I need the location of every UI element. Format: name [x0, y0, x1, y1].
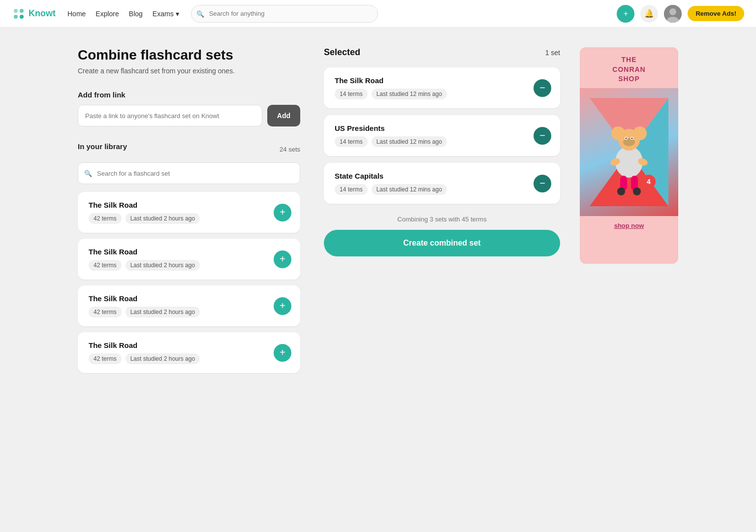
selected-header: Selected 1 set [324, 47, 560, 58]
remove-card-button[interactable]: − [534, 175, 551, 192]
selected-card-title: US Presidents [335, 124, 447, 132]
library-header: In your library 24 sets [78, 142, 300, 156]
selected-card-title: The Silk Road [335, 76, 447, 85]
terms-tag: 14 terms [335, 184, 368, 195]
library-search-icon: 🔍 [84, 170, 92, 177]
remove-card-button[interactable]: − [534, 79, 551, 97]
svg-point-24 [633, 188, 641, 195]
logo-icon [12, 7, 26, 21]
selected-card-title: State Capitals [335, 172, 447, 180]
add-card-button[interactable]: + [274, 297, 291, 315]
library-cards: The Silk Road 42 terms Last studied 2 ho… [78, 192, 300, 373]
terms-tag: 14 terms [335, 136, 368, 147]
library-card[interactable]: The Silk Road 42 terms Last studied 2 ho… [78, 285, 300, 326]
svg-point-14 [623, 138, 635, 146]
ad-box: THE CONRAN SHOP [580, 47, 678, 264]
main-content: Combine flashcard sets Create a new flas… [58, 28, 698, 393]
remove-card-button[interactable]: − [534, 127, 551, 145]
terms-tag: 42 terms [89, 353, 122, 364]
ad-sidebar: THE CONRAN SHOP [580, 47, 678, 373]
selected-count: 1 set [545, 49, 560, 57]
library-card-title: The Silk Road [89, 341, 200, 349]
library-card-title: The Silk Road [89, 294, 200, 303]
svg-point-2 [14, 15, 18, 19]
library-card[interactable]: The Silk Road 42 terms Last studied 2 ho… [78, 192, 300, 233]
left-column: Combine flashcard sets Create a new flas… [78, 47, 324, 373]
selected-card: US Presidents 14 terms Last studied 12 m… [324, 115, 560, 156]
nav-actions: + 🔔 Remove Ads! [617, 5, 744, 23]
selected-label: Selected [324, 47, 360, 58]
search-icon: 🔍 [196, 10, 204, 17]
navbar: Knowt Home Explore Blog Exams ▾ 🔍 + 🔔 Re… [0, 0, 756, 28]
nav-explore[interactable]: Explore [95, 10, 119, 18]
logo[interactable]: Knowt [12, 7, 56, 21]
notifications-button[interactable]: 🔔 [640, 5, 658, 23]
terms-tag: 42 terms [89, 260, 122, 271]
svg-point-1 [20, 9, 24, 13]
nav-home[interactable]: Home [67, 10, 86, 18]
selected-card: The Silk Road 14 terms Last studied 12 m… [324, 67, 560, 108]
ad-brand-text: THE CONRAN SHOP [580, 47, 678, 88]
terms-tag: 42 terms [89, 213, 122, 224]
selected-card: State Capitals 14 terms Last studied 12 … [324, 163, 560, 204]
ad-figure-svg: 4 [590, 98, 668, 206]
add-link-input[interactable] [78, 105, 262, 126]
last-studied-tag: Last studied 2 hours ago [126, 260, 200, 271]
create-combined-button[interactable]: Create combined set [324, 230, 560, 256]
add-card-button[interactable]: + [274, 204, 291, 221]
last-studied-tag: Last studied 12 mins ago [372, 89, 447, 99]
page-subtitle: Create a new flashcard set from your exi… [78, 67, 300, 75]
last-studied-tag: Last studied 2 hours ago [126, 213, 200, 224]
search-input[interactable] [191, 5, 378, 23]
search-bar: 🔍 [191, 5, 378, 23]
last-studied-tag: Last studied 12 mins ago [372, 184, 447, 195]
svg-point-18 [631, 137, 633, 139]
last-studied-tag: Last studied 2 hours ago [126, 353, 200, 364]
nav-exams[interactable]: Exams ▾ [153, 10, 179, 18]
add-link-button[interactable]: Add [267, 105, 300, 126]
nav-links: Home Explore Blog Exams ▾ [67, 10, 179, 18]
add-card-button[interactable]: + [274, 250, 291, 268]
library-search-input[interactable] [78, 162, 300, 184]
svg-point-17 [626, 137, 627, 139]
add-from-link-label: Add from link [78, 91, 300, 99]
selected-cards: The Silk Road 14 terms Last studied 12 m… [324, 67, 560, 204]
terms-tag: 14 terms [335, 89, 368, 99]
page-title: Combine flashcard sets [78, 47, 300, 63]
avatar[interactable] [664, 5, 682, 23]
library-card-title: The Silk Road [89, 201, 200, 209]
combine-info: Combining 3 sets with 45 terms [324, 216, 560, 223]
svg-text:4: 4 [647, 178, 651, 186]
library-card-title: The Silk Road [89, 248, 200, 256]
add-card-button[interactable]: + [274, 344, 291, 362]
ad-visual: 4 [580, 88, 678, 216]
library-card[interactable]: The Silk Road 42 terms Last studied 2 ho… [78, 332, 300, 373]
svg-point-0 [14, 9, 18, 13]
ad-cta[interactable]: shop now [580, 216, 678, 235]
add-link-row: Add [78, 105, 300, 126]
library-card[interactable]: The Silk Road 42 terms Last studied 2 ho… [78, 239, 300, 280]
terms-tag: 42 terms [89, 307, 122, 317]
library-search: 🔍 [78, 162, 300, 184]
svg-point-12 [611, 126, 625, 140]
last-studied-tag: Last studied 12 mins ago [372, 136, 447, 147]
right-column: Selected 1 set The Silk Road 14 terms La… [324, 47, 560, 373]
svg-point-3 [20, 15, 24, 19]
svg-point-5 [669, 8, 676, 15]
nav-blog[interactable]: Blog [129, 10, 143, 18]
remove-ads-button[interactable]: Remove Ads! [688, 6, 744, 21]
add-button[interactable]: + [617, 5, 634, 23]
library-label: In your library [78, 142, 127, 151]
library-count: 24 sets [280, 146, 300, 153]
svg-point-23 [617, 188, 625, 195]
last-studied-tag: Last studied 2 hours ago [126, 307, 200, 317]
svg-point-13 [633, 126, 647, 140]
chevron-down-icon: ▾ [176, 10, 179, 18]
